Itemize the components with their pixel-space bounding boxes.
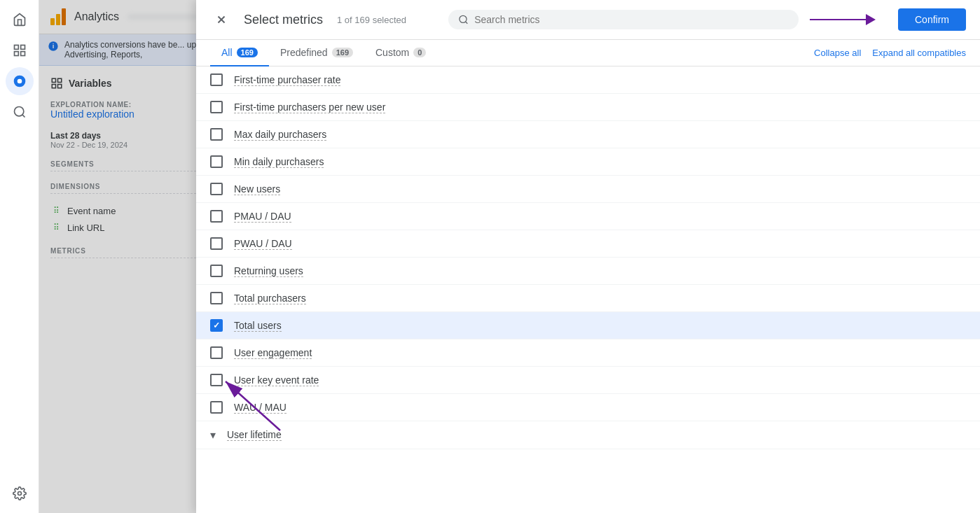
svg-point-17	[460, 15, 467, 22]
checkbox-min-daily-purchasers[interactable]	[210, 155, 223, 168]
checkbox-max-daily-purchasers[interactable]	[210, 128, 223, 141]
checkbox-total-users[interactable]	[210, 319, 223, 332]
checkbox-pwau-dau[interactable]	[210, 237, 223, 250]
sidebar-item-explore[interactable]	[6, 67, 34, 95]
sidebar-item-reports[interactable]	[6, 36, 34, 64]
tab-all[interactable]: All 169	[210, 40, 269, 66]
svg-point-8	[18, 492, 21, 496]
metric-total-purchasers[interactable]: Total purchasers	[196, 285, 980, 312]
checkbox-user-key-event-rate[interactable]	[210, 374, 223, 386]
search-box[interactable]	[448, 10, 799, 29]
metric-name-user-engagement: User engagement	[234, 347, 312, 359]
metric-user-engagement[interactable]: User engagement	[196, 339, 980, 367]
tab-actions: Collapse all Expand all compatibles	[814, 41, 966, 65]
search-icon	[458, 14, 469, 25]
metric-name-total-users: Total users	[234, 320, 282, 332]
collapse-all-button[interactable]: Collapse all	[814, 41, 861, 65]
tab-custom-badge: 0	[413, 48, 426, 57]
expand-compatibles-button[interactable]: Expand all compatibles	[872, 41, 966, 65]
metric-first-time-purchaser-rate[interactable]: First-time purchaser rate	[196, 66, 980, 94]
metric-new-users[interactable]: New users	[196, 176, 980, 203]
close-button[interactable]	[210, 8, 233, 31]
checkbox-returning-users[interactable]	[210, 265, 223, 277]
metric-name-returning-users: Returning users	[234, 265, 303, 277]
svg-rect-1	[20, 45, 25, 50]
metric-name-pmau-dau: PMAU / DAU	[234, 211, 291, 223]
svg-rect-0	[14, 45, 18, 50]
svg-rect-2	[20, 52, 25, 56]
tab-custom-label: Custom	[375, 47, 409, 58]
tab-predefined[interactable]: Predefined 169	[269, 40, 364, 66]
tab-predefined-badge: 169	[332, 48, 353, 57]
checkbox-pmau-dau[interactable]	[210, 210, 223, 223]
metric-name-user-lifetime: User lifetime	[227, 429, 282, 441]
sidebar-item-insights[interactable]	[6, 98, 34, 126]
metric-first-time-purchasers-per-new-user[interactable]: First-time purchasers per new user	[196, 94, 980, 121]
confirm-button[interactable]: Confirm	[898, 8, 966, 31]
checkbox-first-time-purchaser-rate[interactable]	[210, 73, 223, 86]
metric-name-wau-mau: WAU / MAU	[234, 402, 287, 414]
search-input[interactable]	[474, 14, 789, 25]
metric-name-total-purchasers: Total purchasers	[234, 293, 306, 304]
metric-user-lifetime[interactable]: ▾ User lifetime	[196, 421, 980, 449]
metric-pwau-dau[interactable]: PWAU / DAU	[196, 230, 980, 258]
svg-point-5	[17, 79, 22, 84]
chevron-down-icon[interactable]: ▾	[210, 428, 216, 442]
annotation-arrow-confirm	[810, 14, 876, 25]
checkbox-new-users[interactable]	[210, 183, 223, 195]
modal-header: Select metrics 1 of 169 selected Confirm	[196, 0, 980, 40]
checkbox-wau-mau[interactable]	[210, 401, 223, 414]
select-metrics-modal: Select metrics 1 of 169 selected Confirm…	[196, 0, 980, 513]
svg-line-18	[466, 22, 468, 24]
sidebar-item-settings[interactable]	[6, 479, 34, 507]
metric-name-first-time-purchasers: First-time purchasers per new user	[234, 101, 385, 113]
metric-pmau-dau[interactable]: PMAU / DAU	[196, 203, 980, 230]
metric-name-min-daily-purchasers: Min daily purchasers	[234, 156, 324, 168]
metric-name-first-time-purchaser-rate: First-time purchaser rate	[234, 74, 340, 86]
tab-all-label: All	[221, 47, 233, 58]
svg-line-7	[22, 115, 25, 118]
metric-user-key-event-rate[interactable]: User key event rate	[196, 367, 980, 394]
metric-min-daily-purchasers[interactable]: Min daily purchasers	[196, 148, 980, 176]
metrics-list: First-time purchaser rate First-time pur…	[196, 66, 980, 513]
sidebar	[0, 0, 39, 513]
tab-predefined-label: Predefined	[280, 47, 328, 58]
metric-total-users[interactable]: Total users	[196, 312, 980, 339]
modal-title: Select metrics	[244, 13, 323, 27]
metric-max-daily-purchasers[interactable]: Max daily purchasers	[196, 121, 980, 148]
metric-name-max-daily-purchasers: Max daily purchasers	[234, 129, 326, 141]
arrow-head	[866, 14, 876, 25]
tab-custom[interactable]: Custom 0	[364, 40, 437, 66]
svg-point-6	[14, 107, 23, 116]
metric-name-user-key-event-rate: User key event rate	[234, 374, 319, 386]
metric-name-new-users: New users	[234, 183, 280, 195]
metric-wau-mau[interactable]: WAU / MAU	[196, 394, 980, 421]
modal-tabs: All 169 Predefined 169 Custom 0 Collapse…	[196, 40, 980, 66]
checkbox-total-purchasers[interactable]	[210, 292, 223, 304]
svg-rect-3	[14, 52, 18, 56]
checkbox-first-time-purchasers[interactable]	[210, 101, 223, 113]
sidebar-item-home[interactable]	[6, 6, 34, 34]
selected-count: 1 of 169 selected	[337, 15, 406, 25]
metric-name-pwau-dau: PWAU / DAU	[234, 238, 292, 250]
metric-returning-users[interactable]: Returning users	[196, 258, 980, 285]
checkbox-user-engagement[interactable]	[210, 346, 223, 359]
tab-all-badge: 169	[237, 48, 258, 57]
arrow-line	[810, 19, 866, 20]
